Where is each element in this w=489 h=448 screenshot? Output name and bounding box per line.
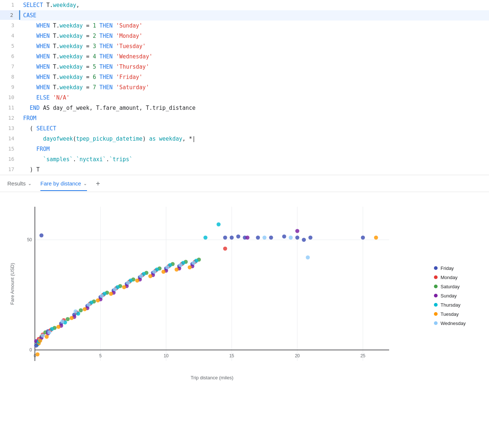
scatter-point	[306, 256, 310, 260]
code-line-13: 13 ( SELECT	[0, 123, 489, 134]
code-line-10: 10 ELSE 'N/A'	[0, 93, 489, 103]
code-line-15: 15 FROM	[0, 144, 489, 154]
scatter-point	[246, 236, 250, 240]
legend-item-thursday: Thursday	[434, 302, 482, 308]
line-number: 15	[0, 144, 20, 153]
line-number: 9	[0, 82, 20, 92]
code-content: ( SELECT	[20, 123, 489, 134]
line-number: 17	[0, 165, 20, 174]
scatter-point	[223, 236, 227, 240]
line-number: 2	[0, 10, 20, 20]
scatter-point	[135, 279, 139, 283]
scatter-point	[70, 316, 74, 320]
legend-item-friday: Friday	[434, 265, 482, 271]
legend-label: Thursday	[441, 302, 460, 308]
scatter-point	[79, 308, 83, 312]
code-content: SELECT T.weekday,	[20, 0, 489, 10]
code-content: ) T	[20, 165, 489, 175]
code-line-3: 3 WHEN T.weekday = 1 THEN 'Sunday'	[0, 21, 489, 31]
scatter-point	[269, 236, 273, 240]
legend-dot	[434, 266, 438, 270]
tab-results-chevron: ⌄	[28, 181, 32, 186]
code-content: WHEN T.weekday = 2 THEN 'Monday'	[20, 31, 489, 41]
line-number: 16	[0, 154, 20, 164]
line-number: 11	[0, 103, 20, 112]
scatter-point	[73, 310, 77, 314]
scatter-point	[295, 236, 299, 240]
scatter-point	[57, 325, 61, 329]
legend-dot	[434, 312, 438, 316]
scatter-point	[113, 288, 117, 292]
svg-text:10: 10	[164, 353, 169, 358]
svg-text:5: 5	[99, 353, 102, 358]
scatter-point	[36, 353, 40, 357]
code-content: ELSE 'N/A'	[20, 93, 489, 103]
scatter-point	[50, 327, 54, 331]
svg-text:20: 20	[295, 353, 300, 358]
line-number: 12	[0, 113, 20, 123]
scatter-point	[262, 236, 267, 240]
code-line-4: 4 WHEN T.weekday = 2 THEN 'Monday'	[0, 31, 489, 41]
code-content: WHEN T.weekday = 5 THEN 'Thursday'	[20, 62, 489, 72]
line-number: 6	[0, 51, 20, 61]
scatter-point	[126, 281, 130, 285]
scatter-chart: 0500510152025Fare Amount (USD)Trip dista…	[7, 199, 396, 383]
scatter-point	[230, 236, 234, 240]
scatter-point	[308, 236, 312, 240]
scatter-point	[223, 247, 227, 251]
code-line-2: 2CASE	[0, 10, 489, 21]
legend-dot	[434, 303, 438, 307]
code-line-16: 16 `samples`.`nyctaxi`.`trips`	[0, 154, 489, 165]
scatter-point	[165, 265, 169, 270]
code-content: END AS day_of_week, T.fare_amount, T.tri…	[20, 103, 489, 113]
scatter-point	[178, 263, 182, 267]
code-line-12: 12FROM	[0, 113, 489, 123]
scatter-point	[34, 344, 38, 348]
scatter-point	[188, 265, 192, 270]
svg-text:0: 0	[29, 347, 32, 353]
code-content: CASE	[20, 10, 489, 21]
line-number: 14	[0, 134, 20, 143]
scatter-point	[100, 294, 104, 298]
scatter-point	[236, 235, 240, 239]
scatter-point	[203, 236, 207, 240]
scatter-point	[109, 292, 113, 296]
tab-fare-by-distance[interactable]: Fare by distance ⌄	[40, 180, 87, 191]
legend-dot	[434, 285, 438, 288]
tab-results[interactable]: Results ⌄	[7, 180, 32, 191]
code-content: WHEN T.weekday = 1 THEN 'Sunday'	[20, 21, 489, 31]
legend-dot	[434, 321, 438, 325]
tab-add-button[interactable]: +	[96, 180, 100, 192]
scatter-point	[217, 223, 221, 227]
svg-text:15: 15	[229, 353, 234, 358]
scatter-point	[66, 317, 70, 321]
scatter-point	[256, 236, 260, 240]
code-line-1: 1SELECT T.weekday,	[0, 0, 489, 10]
legend-label: Monday	[441, 275, 457, 280]
scatter-point	[162, 270, 166, 274]
scatter-point	[139, 274, 143, 278]
line-number: 1	[0, 0, 20, 10]
code-content: WHEN T.weekday = 3 THEN 'Tuesday'	[20, 41, 489, 51]
scatter-point	[38, 339, 42, 343]
code-line-5: 5 WHEN T.weekday = 3 THEN 'Tuesday'	[0, 41, 489, 51]
code-content: FROM	[20, 113, 489, 123]
scatter-point	[289, 236, 293, 240]
code-line-8: 8 WHEN T.weekday = 6 THEN 'Friday'	[0, 72, 489, 82]
legend-label: Tuesday	[441, 311, 459, 317]
legend-item-wednesday: Wednesday	[434, 321, 482, 326]
code-content: `samples`.`nyctaxi`.`trips`	[20, 154, 489, 165]
legend-item-saturday: Saturday	[434, 284, 482, 289]
code-editor: 1SELECT T.weekday,2CASE3 WHEN T.weekday …	[0, 0, 489, 175]
code-content: dayofweek(tpep_pickup_datetime) as weekd…	[20, 134, 489, 144]
code-line-7: 7 WHEN T.weekday = 5 THEN 'Thursday'	[0, 62, 489, 72]
line-number: 10	[0, 93, 20, 102]
code-content: WHEN T.weekday = 6 THEN 'Friday'	[20, 72, 489, 82]
legend-label: Wednesday	[441, 321, 466, 326]
scatter-point	[295, 229, 299, 233]
line-number: 8	[0, 72, 20, 82]
line-number: 7	[0, 62, 20, 71]
legend-area: FridayMondaySaturdaySundayThursdayTuesda…	[434, 199, 482, 384]
scatter-point	[361, 236, 365, 240]
scatter-point	[122, 285, 126, 289]
